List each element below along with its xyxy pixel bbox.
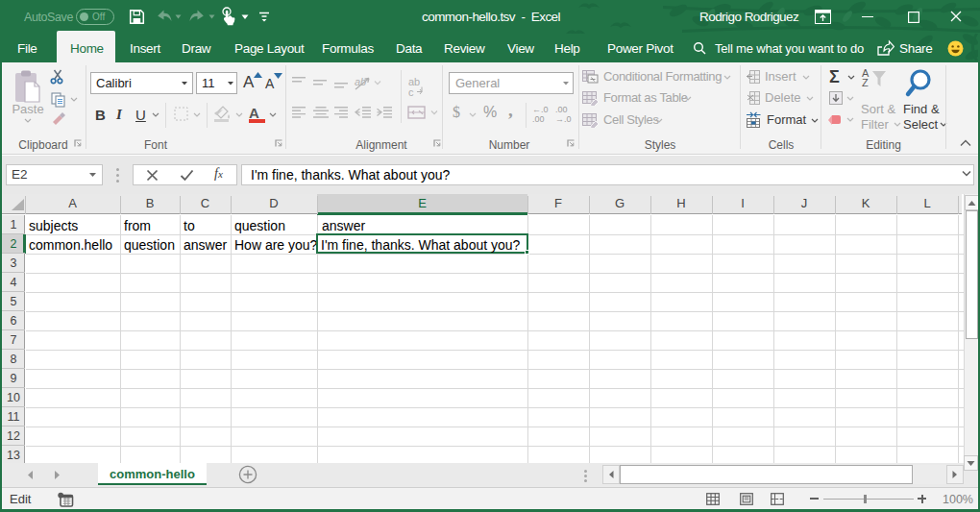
svg-text:c: c bbox=[408, 86, 414, 98]
